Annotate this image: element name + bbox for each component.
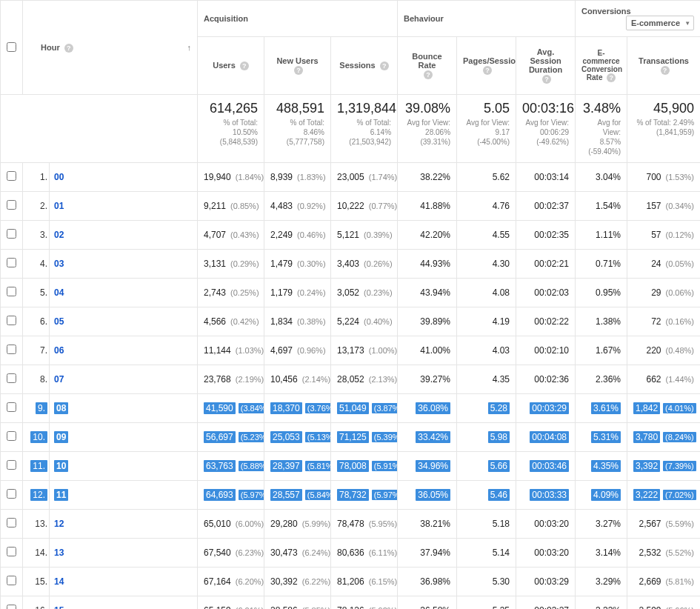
cell-new-users: 30,392(6.22%)	[264, 568, 331, 596]
row-checkbox-cell[interactable]	[1, 336, 23, 365]
col-sessions[interactable]: Sessions ?	[331, 37, 398, 95]
col-users[interactable]: Users ?	[198, 37, 264, 95]
row-checkbox-cell[interactable]	[1, 539, 23, 568]
cell-conv-rate: 0.95%	[576, 279, 627, 307]
row-checkbox[interactable]	[7, 431, 16, 441]
row-checkbox-cell[interactable]	[1, 365, 23, 394]
row-checkbox[interactable]	[7, 605, 16, 609]
cell-bounce: 36.05%	[398, 481, 457, 510]
row-checkbox[interactable]	[7, 576, 16, 585]
cell-new-users: 4,697(0.96%)	[264, 336, 331, 365]
row-checkbox-cell[interactable]	[1, 279, 23, 307]
table-row: 16.1565,159(6.01%)28,586(5.85%)78,126(5.…	[1, 596, 701, 609]
help-icon[interactable]: ?	[380, 61, 389, 70]
cell-bounce: 36.08%	[398, 394, 457, 423]
summary-pps: 5.05Avg for View: 9.17 (-45.00%)	[457, 95, 516, 163]
hour-link[interactable]: 02	[50, 221, 198, 250]
hour-link[interactable]: 01	[50, 192, 198, 221]
col-conv-rate[interactable]: E-commerce Conversion Rate ?	[576, 37, 627, 95]
cell-users: 67,540(6.23%)	[198, 539, 264, 568]
row-checkbox[interactable]	[7, 373, 16, 383]
row-checkbox[interactable]	[7, 316, 16, 325]
hour-link[interactable]: 03	[50, 250, 198, 279]
row-checkbox-cell[interactable]	[1, 394, 23, 423]
help-icon[interactable]: ?	[424, 70, 433, 79]
conversions-select[interactable]: E-commerce	[626, 16, 694, 30]
cell-pps: 5.14	[457, 539, 516, 568]
table-row: 10.0956,697(5.23%)25,053(5.13%)71,125(5.…	[1, 423, 701, 452]
hour-link[interactable]: 09	[50, 423, 198, 452]
row-checkbox-cell[interactable]	[1, 596, 23, 609]
cell-new-users: 30,473(6.24%)	[264, 539, 331, 568]
hour-link[interactable]: 08	[50, 394, 198, 423]
cell-users: 64,693(5.97%)	[198, 481, 264, 510]
row-checkbox-cell[interactable]	[1, 163, 23, 192]
col-pps[interactable]: Pages/Session?	[457, 37, 516, 95]
cell-pps: 5.62	[457, 163, 516, 192]
cell-users: 56,697(5.23%)	[198, 423, 264, 452]
help-icon[interactable]: ?	[483, 66, 492, 75]
row-checkbox[interactable]	[7, 200, 16, 210]
hour-link[interactable]: 14	[50, 568, 198, 596]
help-icon[interactable]: ?	[294, 66, 303, 75]
cell-users: 65,159(6.01%)	[198, 596, 264, 609]
row-checkbox-cell[interactable]	[1, 250, 23, 279]
col-bounce[interactable]: Bounce Rate?	[398, 37, 457, 95]
cell-conv-rate: 0.71%	[576, 250, 627, 279]
cell-transactions: 57(0.12%)	[627, 221, 700, 250]
row-checkbox[interactable]	[7, 518, 16, 528]
cell-transactions: 2,599(5.66%)	[627, 596, 700, 609]
hour-link[interactable]: 05	[50, 307, 198, 336]
col-transactions[interactable]: Transactions?	[627, 37, 700, 95]
row-checkbox-cell[interactable]	[1, 481, 23, 510]
hour-link[interactable]: 15	[50, 596, 198, 609]
select-all-checkbox[interactable]	[7, 42, 16, 52]
col-duration[interactable]: Avg. Session Duration ?	[516, 37, 576, 95]
row-checkbox-cell[interactable]	[1, 568, 23, 596]
help-icon[interactable]: ?	[240, 61, 249, 70]
cell-users: 23,768(2.19%)	[198, 365, 264, 394]
row-checkbox-cell[interactable]	[1, 221, 23, 250]
help-icon[interactable]: ?	[542, 75, 551, 84]
cell-new-users: 28,397(5.81%)	[264, 452, 331, 481]
row-checkbox-cell[interactable]	[1, 423, 23, 452]
hour-header[interactable]: Hour ? ↑	[23, 1, 198, 95]
cell-users: 4,707(0.43%)	[198, 221, 264, 250]
hour-link[interactable]: 12	[50, 510, 198, 539]
row-checkbox[interactable]	[7, 489, 16, 499]
row-checkbox-cell[interactable]	[1, 307, 23, 336]
select-all-cell[interactable]	[1, 1, 23, 95]
help-icon[interactable]: ?	[661, 66, 670, 75]
cell-pps: 4.03	[457, 336, 516, 365]
row-checkbox-cell[interactable]	[1, 452, 23, 481]
hour-link[interactable]: 13	[50, 539, 198, 568]
row-checkbox[interactable]	[7, 402, 16, 412]
row-checkbox[interactable]	[7, 345, 16, 354]
hour-link[interactable]: 11	[50, 481, 198, 510]
cell-conv-rate: 3.14%	[576, 539, 627, 568]
row-checkbox[interactable]	[7, 171, 16, 181]
row-checkbox[interactable]	[7, 229, 16, 239]
col-new-users[interactable]: New Users ?	[264, 37, 331, 95]
hour-link[interactable]: 07	[50, 365, 198, 394]
help-icon[interactable]: ?	[607, 73, 616, 82]
cell-users: 19,940(1.84%)	[198, 163, 264, 192]
cell-pps: 5.35	[457, 596, 516, 609]
row-checkbox-cell[interactable]	[1, 192, 23, 221]
row-checkbox[interactable]	[7, 258, 16, 267]
row-checkbox[interactable]	[7, 287, 16, 296]
row-checkbox[interactable]	[7, 547, 16, 556]
row-checkbox[interactable]	[7, 460, 16, 470]
hour-link[interactable]: 10	[50, 452, 198, 481]
cell-sessions: 5,224(0.40%)	[331, 307, 398, 336]
row-checkbox-cell[interactable]	[1, 510, 23, 539]
table-row: 5.042,743(0.25%)1,179(0.24%)3,052(0.23%)…	[1, 279, 701, 307]
row-index: 2.	[23, 192, 50, 221]
hour-link[interactable]: 00	[50, 163, 198, 192]
hour-link[interactable]: 06	[50, 336, 198, 365]
table-row: 1.0019,940(1.84%)8,939(1.83%)23,005(1.74…	[1, 163, 701, 192]
hour-link[interactable]: 04	[50, 279, 198, 307]
help-icon[interactable]: ?	[64, 44, 73, 53]
cell-users: 2,743(0.25%)	[198, 279, 264, 307]
group-acquisition: Acquisition	[198, 1, 398, 37]
